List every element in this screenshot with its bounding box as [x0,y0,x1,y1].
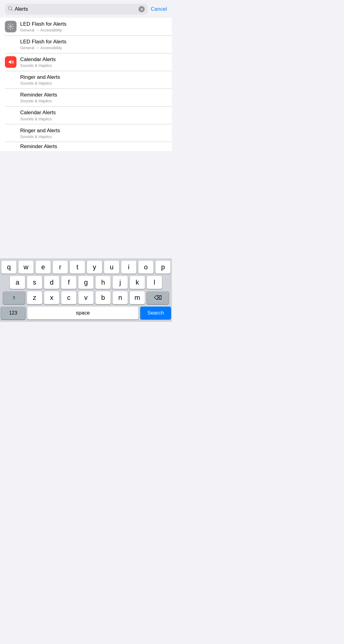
result-item-2[interactable]: LED Flash for AlertsGeneral → Accessibil… [0,35,172,53]
icon-placeholder [5,38,17,50]
result-text-6: Calendar AlertsSounds & Haptics [20,109,167,121]
backspace-key[interactable]: ⌫ [147,291,169,304]
result-text-7: Ringer and AlertsSounds & Haptics [20,127,167,139]
result-title-3: Calendar Alerts [20,56,167,63]
key-o[interactable]: o [138,261,154,274]
key-e[interactable]: e [35,261,51,274]
backspace-icon: ⌫ [154,294,162,301]
key-m[interactable]: m [130,291,145,304]
keyboard-row-2: asdfghjkl [1,276,171,289]
key-g[interactable]: g [78,276,94,289]
key-d[interactable]: d [44,276,59,289]
result-subtitle-2: General → Accessibility [20,45,167,50]
icon-placeholder [5,92,17,103]
result-text-8: Reminder Alerts [20,143,167,150]
key-b[interactable]: b [95,291,111,304]
result-subtitle-4: Sounds & Haptics [20,81,167,86]
keyboard-row-1: qwertyuiop [1,261,171,274]
shift-key[interactable]: ⇧ [3,291,25,304]
results-list: LED Flash for AlertsGeneral → Accessibil… [0,18,172,151]
result-title-8: Reminder Alerts [20,143,167,150]
result-subtitle-7: Sounds & Haptics [20,134,167,139]
keyboard-bottom-row: 123spaceSearch [1,307,171,319]
result-subtitle-3: Sounds & Haptics [20,63,167,68]
result-item-8[interactable]: Reminder Alerts [0,142,172,151]
result-subtitle-5: Sounds & Haptics [20,99,167,103]
result-item-1[interactable]: LED Flash for AlertsGeneral → Accessibil… [0,18,172,35]
result-text-5: Reminder AlertsSounds & Haptics [20,92,167,103]
key-r[interactable]: r [53,261,68,274]
key-s[interactable]: s [27,276,42,289]
result-title-4: Ringer and Alerts [20,74,167,81]
number-key[interactable]: 123 [1,307,25,319]
keyboard: qwertyuiop asdfghjkl ⇧ zxcvbnm⌫ 123space… [0,258,172,322]
key-a[interactable]: a [10,276,25,289]
result-text-4: Ringer and AlertsSounds & Haptics [20,74,167,86]
result-item-3[interactable]: Calendar AlertsSounds & Haptics [0,53,172,71]
result-text-2: LED Flash for AlertsGeneral → Accessibil… [20,38,167,50]
result-title-7: Ringer and Alerts [20,127,167,134]
result-item-7[interactable]: Ringer and AlertsSounds & Haptics [0,124,172,142]
result-text-1: LED Flash for AlertsGeneral → Accessibil… [20,21,167,32]
key-x[interactable]: x [44,291,59,304]
result-text-3: Calendar AlertsSounds & Haptics [20,56,167,68]
search-icon [8,6,13,12]
key-w[interactable]: w [18,261,34,274]
space-key[interactable]: space [27,307,139,319]
shift-icon: ⇧ [12,295,16,300]
key-y[interactable]: y [87,261,102,274]
key-l[interactable]: l [147,276,162,289]
result-title-6: Calendar Alerts [20,109,167,116]
result-item-5[interactable]: Reminder AlertsSounds & Haptics [0,89,172,106]
result-item-4[interactable]: Ringer and AlertsSounds & Haptics [0,71,172,89]
result-title-1: LED Flash for Alerts [20,21,167,27]
key-t[interactable]: t [70,261,85,274]
gear-app-icon [5,21,17,32]
search-input[interactable] [15,6,137,12]
key-j[interactable]: j [113,276,128,289]
clear-button[interactable] [139,6,145,12]
result-subtitle-1: General → Accessibility [20,28,167,32]
key-q[interactable]: q [1,261,17,274]
search-input-wrap [5,4,148,15]
icon-placeholder [5,127,17,139]
key-v[interactable]: v [78,291,94,304]
key-h[interactable]: h [95,276,111,289]
key-p[interactable]: p [155,261,171,274]
result-title-5: Reminder Alerts [20,92,167,98]
svg-marker-5 [9,60,11,64]
key-n[interactable]: n [113,291,128,304]
search-keyboard-button[interactable]: Search [140,307,171,319]
svg-line-1 [11,9,13,11]
result-item-6[interactable]: Calendar AlertsSounds & Haptics [0,106,172,124]
key-f[interactable]: f [61,276,76,289]
cancel-button[interactable]: Cancel [151,6,167,12]
search-bar: Cancel [0,0,172,18]
icon-placeholder [5,142,17,151]
icon-placeholder [5,74,17,86]
key-i[interactable]: i [121,261,136,274]
key-k[interactable]: k [130,276,145,289]
sound-app-icon [5,56,17,68]
icon-placeholder [5,110,17,121]
result-subtitle-6: Sounds & Haptics [20,117,167,121]
keyboard-row-3: ⇧ zxcvbnm⌫ [1,291,171,304]
svg-point-4 [10,26,12,27]
key-z[interactable]: z [27,291,42,304]
result-title-2: LED Flash for Alerts [20,38,167,45]
key-u[interactable]: u [104,261,119,274]
key-c[interactable]: c [61,291,76,304]
